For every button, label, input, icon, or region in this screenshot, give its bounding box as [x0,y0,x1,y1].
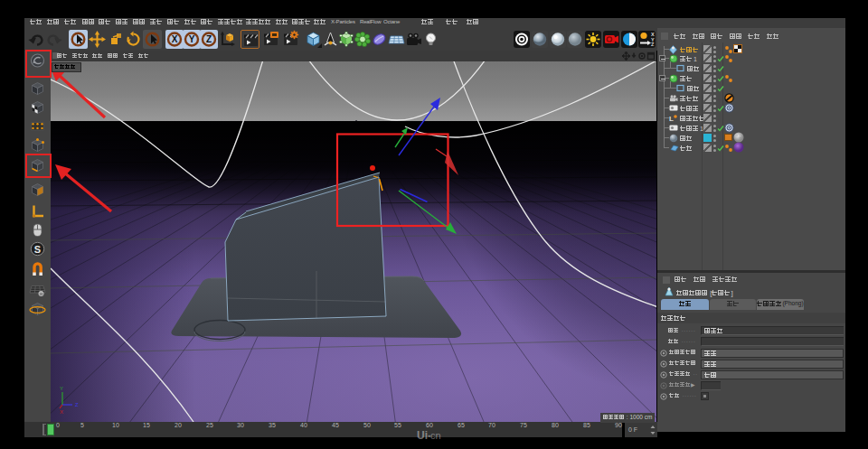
svg-text:L: L [669,115,674,123]
svg-text:Z: Z [75,402,79,407]
svg-text:Y: Y [189,34,195,44]
svg-text:Z: Z [206,34,212,44]
svg-text:Y: Y [60,386,63,391]
svg-text:X: X [172,34,178,44]
svg-text:S: S [34,244,41,255]
svg-text:X: X [60,409,63,415]
svg-text:Z: Z [651,42,655,47]
